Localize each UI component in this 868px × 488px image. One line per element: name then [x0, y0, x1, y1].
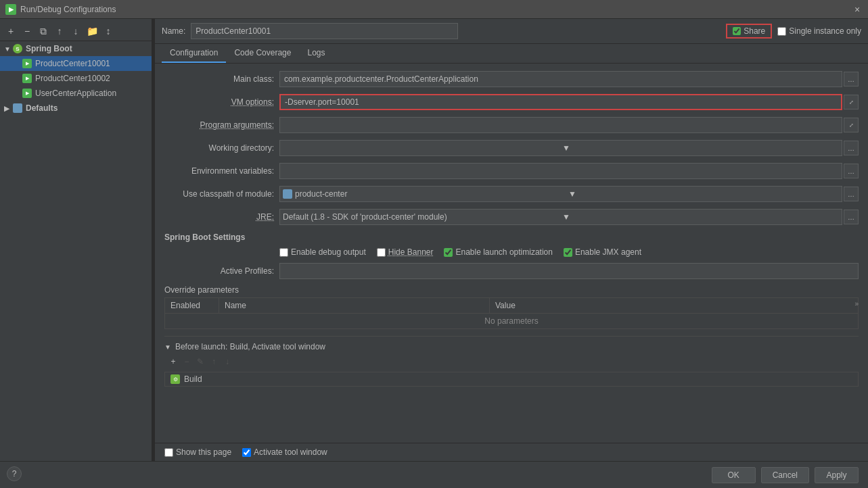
classpath-module-value: product-center [295, 189, 566, 199]
sidebar-item-label-3: UserCenterApplication [35, 89, 116, 98]
enable-launch-optimization-checkbox[interactable] [444, 248, 453, 257]
tab-code-coverage[interactable]: Code Coverage [226, 44, 299, 63]
spring-boot-settings-title: Spring Boot Settings [164, 233, 859, 242]
jre-label: JRE: [164, 212, 279, 222]
sidebar: + − ⧉ ↑ ↓ 📁 ↕ ▼ S Spring Boot ▶ ProductC… [0, 19, 152, 461]
cancel-button[interactable]: Cancel [761, 467, 809, 483]
before-launch-label: Before launch: Build, Activate tool wind… [175, 342, 325, 351]
activate-tool-window-checkbox[interactable] [242, 448, 251, 457]
main-class-expand-btn[interactable]: … [844, 72, 859, 87]
sidebar-item-usercenter[interactable]: ▶ UserCenterApplication [0, 86, 152, 101]
single-instance-checkbox[interactable] [777, 27, 786, 36]
env-vars-browse-btn[interactable]: … [844, 164, 859, 178]
tree-arrow-defaults: ▶ [4, 105, 12, 112]
before-launch-header: ▼ Before launch: Build, Activate tool wi… [164, 342, 859, 351]
col-enabled: Enabled [165, 298, 219, 314]
bl-up-btn[interactable]: ↑ [208, 356, 220, 368]
move-up-button[interactable]: ↑ [53, 24, 66, 38]
run-config-icon-3 [22, 88, 32, 99]
bottom-checkboxes: Show this page Activate tool window [155, 443, 868, 461]
enable-launch-optimization-item[interactable]: Enable launch optimization [444, 247, 552, 257]
table-scroll-right[interactable]: » [854, 300, 859, 308]
vm-options-input[interactable] [279, 94, 842, 110]
sidebar-group-spring-boot[interactable]: ▼ S Spring Boot [0, 41, 152, 56]
main-class-label: Main class: [164, 74, 279, 84]
tab-configuration[interactable]: Configuration [162, 44, 226, 63]
close-button[interactable]: × [852, 4, 863, 15]
classpath-module-row: Use classpath of module: product-center … [164, 185, 859, 203]
defaults-icon [12, 103, 23, 114]
working-dir-select[interactable]: ▼ [279, 140, 842, 156]
spring-boot-icon: S [12, 43, 23, 54]
program-args-expand-btn[interactable]: ⤢ [844, 118, 859, 132]
main-class-row: Main class: … [164, 70, 859, 88]
env-vars-input[interactable] [279, 163, 842, 179]
spring-boot-checkboxes-row: Enable debug output Hide Banner Enable l… [279, 247, 859, 257]
enable-jmx-agent-checkbox[interactable] [564, 248, 572, 257]
active-profiles-row: Active Profiles: [164, 262, 859, 280]
jre-browse-btn[interactable]: … [844, 210, 859, 224]
share-checkbox[interactable] [733, 27, 741, 35]
title-bar: ▶ Run/Debug Configurations × [0, 0, 868, 19]
sidebar-defaults-label: Defaults [26, 103, 58, 113]
name-input[interactable] [191, 23, 457, 39]
no-params-cell: No parameters [165, 314, 859, 329]
sidebar-item-productcenter10001[interactable]: ▶ ProductCenter10001 [0, 56, 152, 71]
active-profiles-label: Active Profiles: [164, 266, 279, 276]
module-icon [283, 189, 292, 199]
jre-select[interactable]: Default (1.8 - SDK of 'product-center' m… [279, 209, 842, 225]
copy-config-button[interactable]: ⧉ [37, 24, 50, 38]
folder-button[interactable]: 📁 [85, 24, 99, 38]
override-parameters-section: Override parameters Enabled Name Value [164, 285, 859, 329]
add-config-button[interactable]: + [4, 24, 18, 38]
main-class-input[interactable] [279, 71, 842, 87]
enable-debug-output-checkbox[interactable] [279, 248, 288, 257]
show-this-page-checkbox[interactable] [164, 448, 173, 457]
show-this-page-label: Show this page [176, 447, 231, 457]
bl-remove-btn[interactable]: − [181, 356, 193, 368]
name-row: Name: Share Single instance only [155, 19, 868, 44]
col-value: Value [490, 298, 859, 314]
vm-options-expand-btn[interactable]: ⤢ [844, 95, 859, 109]
content-area: Main class: … VM options: ⤢ Program argu… [155, 64, 868, 443]
hide-banner-checkbox[interactable] [377, 248, 386, 257]
program-args-input[interactable] [279, 117, 842, 133]
vm-options-row: VM options: ⤢ [164, 93, 859, 111]
build-label: Build [184, 374, 202, 384]
override-parameters-title: Override parameters [164, 285, 859, 295]
jre-value: Default (1.8 - SDK of 'product-center' m… [283, 212, 559, 222]
jre-arrow: ▼ [562, 212, 839, 222]
apply-button[interactable]: Apply [815, 467, 859, 483]
tree-arrow-expand: ▼ [4, 45, 12, 53]
bl-add-btn[interactable]: + [167, 356, 179, 368]
run-config-icon-1 [22, 58, 32, 69]
env-vars-row: Environment variables: … [164, 162, 859, 180]
active-profiles-input[interactable] [279, 263, 859, 279]
right-panel: Name: Share Single instance only Configu… [155, 19, 868, 461]
show-this-page-item[interactable]: Show this page [164, 447, 231, 457]
before-launch-toolbar: + − ✎ ↑ ↓ [167, 356, 859, 368]
ok-button[interactable]: OK [712, 467, 756, 483]
move-down-button[interactable]: ↓ [69, 24, 83, 38]
hide-banner-item[interactable]: Hide Banner [377, 247, 434, 257]
bl-edit-btn[interactable]: ✎ [194, 356, 206, 368]
sidebar-item-productcenter10002[interactable]: ▶ ProductCenter10002 [0, 71, 152, 86]
program-args-label: Program arguments: [164, 120, 279, 130]
share-label: Share [744, 26, 765, 36]
sort-button[interactable]: ↕ [101, 24, 115, 38]
help-button[interactable]: ? [7, 466, 22, 481]
classpath-module-select[interactable]: product-center ▼ [279, 186, 842, 202]
single-instance-label: Single instance only [789, 26, 861, 36]
remove-config-button[interactable]: − [20, 24, 34, 38]
enable-jmx-agent-item[interactable]: Enable JMX agent [564, 247, 641, 257]
enable-debug-output-label: Enable debug output [291, 247, 366, 257]
activate-tool-window-item[interactable]: Activate tool window [242, 447, 327, 457]
bl-down-btn[interactable]: ↓ [221, 356, 233, 368]
share-button[interactable]: Share [726, 24, 772, 39]
tab-logs[interactable]: Logs [299, 44, 333, 63]
before-launch-section: ▼ Before launch: Build, Activate tool wi… [164, 336, 859, 387]
enable-debug-output-item[interactable]: Enable debug output [279, 247, 366, 257]
classpath-module-btn[interactable]: … [844, 187, 859, 201]
sidebar-group-defaults[interactable]: ▶ Defaults [0, 101, 152, 116]
working-dir-browse-btn[interactable]: … [844, 141, 859, 155]
